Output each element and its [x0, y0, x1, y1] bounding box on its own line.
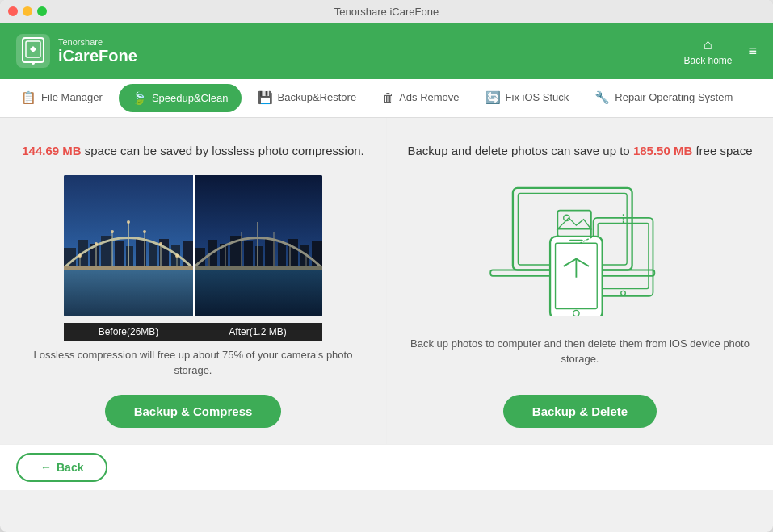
- image-divider: [193, 175, 195, 316]
- backup-compress-button[interactable]: Backup & Compress: [105, 395, 282, 428]
- tab-file-manager[interactable]: 📋 File Manager: [8, 79, 116, 117]
- tab-fix-ios-label: Fix iOS Stuck: [506, 91, 569, 103]
- tab-speedup-clean-label: Speedup&Clean: [152, 92, 229, 104]
- backup-restore-icon: 💾: [258, 90, 273, 105]
- tab-speedup-clean[interactable]: 🍃 Speedup&Clean: [119, 84, 242, 112]
- left-description: Lossless compression will free up about …: [16, 347, 370, 379]
- nav-tabs: 📋 File Manager 🍃 Speedup&Clean 💾 Backup&…: [0, 79, 773, 118]
- logo-text: Tenorshare iCareFone: [58, 37, 137, 65]
- back-button-label: Back: [57, 461, 83, 474]
- svg-rect-57: [598, 223, 649, 288]
- back-home-icon: ⌂: [704, 36, 712, 53]
- left-headline: 144.69 MB space can be saved by lossless…: [22, 142, 364, 161]
- svg-rect-38: [244, 241, 253, 268]
- bottom-bar: ← Back: [0, 444, 773, 490]
- brand-name: Tenorshare: [58, 37, 137, 47]
- right-panel: Backup and delete photos can save up to …: [387, 118, 773, 444]
- tab-backup-restore-label: Backup&Restore: [278, 91, 357, 103]
- bridge-label-bar: Before(26MB) After(1.2 MB): [64, 323, 322, 341]
- left-panel: 144.69 MB space can be saved by lossless…: [0, 118, 387, 444]
- ads-remove-icon: 🗑: [382, 90, 394, 104]
- menu-button[interactable]: ≡: [748, 43, 757, 60]
- svg-point-29: [143, 230, 146, 233]
- svg-point-26: [95, 242, 98, 245]
- svg-point-30: [159, 242, 162, 245]
- panels-row: 144.69 MB space can be saved by lossless…: [0, 118, 773, 444]
- device-illustration: [483, 175, 677, 316]
- svg-point-25: [78, 254, 82, 258]
- after-label: After(1.2 MB): [193, 323, 322, 341]
- bridge-after: [193, 175, 322, 316]
- speedup-clean-icon: 🍃: [132, 91, 147, 106]
- right-headline-before: Backup and delete photos can save up to: [408, 144, 633, 157]
- svg-rect-52: [193, 266, 322, 270]
- fix-ios-icon: 🔄: [485, 90, 501, 105]
- window-title: Tenorshare iCareFone: [334, 6, 439, 18]
- right-description: Back up photos to computer and then dele…: [403, 336, 757, 367]
- svg-rect-33: [193, 268, 322, 316]
- svg-point-31: [175, 254, 179, 258]
- svg-rect-39: [255, 246, 263, 268]
- back-home-button[interactable]: ⌂ Back home: [683, 36, 732, 66]
- tab-fix-ios-stuck[interactable]: 🔄 Fix iOS Stuck: [473, 79, 582, 117]
- svg-point-27: [111, 230, 114, 233]
- tab-repair-os[interactable]: 🔧 Repair Operating System: [582, 79, 746, 117]
- svg-rect-41: [278, 243, 286, 268]
- bridge-before: [64, 175, 193, 316]
- product-name: iCareFone: [58, 47, 137, 65]
- header-actions: ⌂ Back home ≡: [683, 36, 757, 66]
- backup-delete-button[interactable]: Backup & Delete: [503, 395, 657, 428]
- tab-ads-remove[interactable]: 🗑 Ads Remove: [369, 79, 472, 117]
- logo-area: Tenorshare iCareFone: [16, 34, 137, 68]
- svg-point-28: [127, 220, 130, 224]
- back-arrow-icon: ←: [40, 461, 52, 474]
- tab-backup-restore[interactable]: 💾 Backup&Restore: [245, 79, 370, 117]
- left-headline-text: space can be saved by lossless photo com…: [82, 144, 364, 157]
- svg-point-58: [621, 291, 626, 295]
- right-size-highlight: 185.50 MB: [633, 144, 692, 157]
- repair-os-icon: 🔧: [594, 90, 610, 105]
- svg-rect-62: [569, 239, 583, 241]
- svg-rect-10: [115, 241, 124, 268]
- svg-rect-13: [149, 243, 157, 268]
- right-headline-after: free space: [692, 144, 752, 157]
- app-header: Tenorshare iCareFone ⌂ Back home ≡: [0, 23, 773, 79]
- bridge-image: [64, 175, 322, 316]
- minimize-button[interactable]: [23, 6, 32, 16]
- before-label: Before(26MB): [64, 323, 193, 341]
- app-logo-icon: [16, 34, 50, 68]
- back-button[interactable]: ← Back: [16, 453, 107, 482]
- back-home-label: Back home: [683, 55, 732, 66]
- bridge-photo-container: Before(26MB) After(1.2 MB): [64, 175, 322, 341]
- close-button[interactable]: [8, 6, 18, 16]
- title-bar: Tenorshare iCareFone: [0, 0, 773, 23]
- right-headline: Backup and delete photos can save up to …: [408, 142, 753, 161]
- tab-repair-os-label: Repair Operating System: [615, 91, 733, 103]
- file-manager-icon: 📋: [21, 90, 36, 105]
- maximize-button[interactable]: [37, 6, 47, 16]
- left-size-highlight: 144.69 MB: [22, 144, 81, 157]
- svg-point-3: [32, 61, 35, 65]
- svg-rect-5: [64, 268, 193, 316]
- traffic-lights: [8, 6, 47, 16]
- svg-rect-24: [64, 266, 193, 270]
- tab-ads-remove-label: Ads Remove: [399, 91, 459, 103]
- svg-rect-11: [126, 246, 133, 268]
- content-area: 144.69 MB space can be saved by lossless…: [0, 118, 773, 490]
- tab-file-manager-label: File Manager: [41, 91, 103, 103]
